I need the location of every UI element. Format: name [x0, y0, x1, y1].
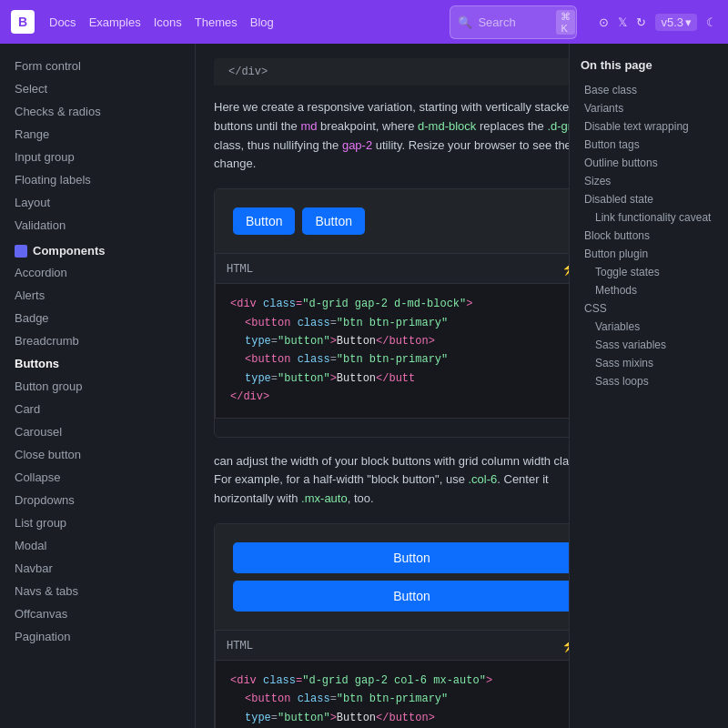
nav-examples[interactable]: Examples [89, 15, 141, 29]
sidebar-item-alerts[interactable]: Alerts [0, 284, 195, 307]
sidebar-item-select[interactable]: Select [0, 77, 195, 100]
refresh-icon[interactable]: ↻ [636, 15, 646, 29]
sidebar-item-checks-radios[interactable]: Checks & radios [0, 100, 195, 123]
toc-item-variables[interactable]: Variables [581, 318, 717, 336]
sidebar-item-breadcrumb[interactable]: Breadcrumb [0, 329, 195, 352]
search-box[interactable]: 🔍 ⌘ K [450, 5, 577, 39]
nav-links: Docs Examples Icons Themes Blog [49, 15, 274, 29]
demo-buttons-1: Button Button [215, 189, 609, 253]
github-icon[interactable]: ⊙ [599, 15, 609, 29]
sidebar-item-validation[interactable]: Validation [0, 214, 195, 237]
toc-item-sizes[interactable]: Sizes [581, 172, 717, 190]
sidebar-item-list-group[interactable]: List group [0, 511, 195, 534]
sidebar-item-layout[interactable]: Layout [0, 191, 195, 214]
brand-logo[interactable]: B [11, 10, 35, 34]
sidebar: Form control Select Checks & radios Rang… [0, 44, 196, 728]
sidebar-item-modal[interactable]: Modal [0, 534, 195, 557]
toc: On this page Base class Variants Disable… [569, 44, 728, 728]
sidebar-item-form-control[interactable]: Form control [0, 55, 195, 77]
closing-div: </div> [214, 58, 610, 86]
toc-item-methods[interactable]: Methods [581, 281, 717, 299]
toc-item-outline-buttons[interactable]: Outline buttons [581, 154, 717, 172]
sidebar-item-floating-labels[interactable]: Floating labels [0, 168, 195, 191]
toc-item-css[interactable]: CSS [581, 299, 717, 318]
description-2: can adjust the width of your block butto… [214, 452, 610, 509]
code-panel-2-body: <div class="d-grid gap-2 col-6 mx-auto">… [216, 661, 608, 728]
sidebar-components-header: Components [0, 237, 195, 261]
toc-item-button-plugin[interactable]: Button plugin [581, 245, 717, 263]
sidebar-item-pagination[interactable]: Pagination [0, 625, 195, 648]
code-panel-1-header: HTML ⚡ ⎘ [216, 254, 608, 284]
code-panel-2-header: HTML ⚡ ⎘ [216, 631, 608, 661]
version-badge[interactable]: v5.3 ▾ [655, 14, 697, 31]
toc-item-toggle-states[interactable]: Toggle states [581, 263, 717, 281]
dark-mode-icon[interactable]: ☾ [706, 15, 717, 29]
demo-button-1b[interactable]: Button [302, 207, 364, 235]
toc-title: On this page [581, 58, 717, 72]
search-input[interactable] [478, 15, 551, 29]
code-panel-2: HTML ⚡ ⎘ <div class="d-grid gap-2 col-6 … [215, 630, 609, 728]
nav-themes[interactable]: Themes [195, 15, 238, 29]
demo-area-2: Button Button HTML ⚡ ⎘ <div class="d-gri… [214, 523, 610, 728]
sidebar-item-navs-tabs[interactable]: Navs & tabs [0, 580, 195, 602]
toc-item-link-functionality-caveat[interactable]: Link functionality caveat [581, 208, 717, 227]
nav-icons[interactable]: Icons [154, 15, 182, 29]
demo-button-1a[interactable]: Button [233, 207, 295, 235]
toc-item-button-tags[interactable]: Button tags [581, 136, 717, 154]
sidebar-item-input-group[interactable]: Input group [0, 146, 195, 168]
search-icon: 🔍 [458, 15, 472, 29]
toc-item-disable-text-wrapping[interactable]: Disable text wrapping [581, 117, 717, 136]
sidebar-item-card[interactable]: Card [0, 398, 195, 420]
twitter-icon[interactable]: 𝕏 [618, 15, 627, 29]
main-content: </div> Here we create a responsive varia… [196, 44, 628, 728]
top-navigation: B Docs Examples Icons Themes Blog 🔍 ⌘ K … [0, 0, 728, 44]
toc-item-variants[interactable]: Variants [581, 99, 717, 117]
nav-docs[interactable]: Docs [49, 15, 76, 29]
sidebar-item-navbar[interactable]: Navbar [0, 557, 195, 580]
sidebar-item-buttons[interactable]: Buttons [0, 352, 195, 375]
topnav-right: ⊙ 𝕏 ↻ v5.3 ▾ ☾ [599, 14, 717, 31]
toc-item-block-buttons[interactable]: Block buttons [581, 227, 717, 245]
toc-item-sass-mixins[interactable]: Sass mixins [581, 354, 717, 372]
sidebar-item-badge[interactable]: Badge [0, 307, 195, 329]
demo-button-2a[interactable]: Button [233, 542, 591, 573]
sidebar-item-button-group[interactable]: Button group [0, 375, 195, 398]
description-1: Here we create a responsive variation, s… [214, 98, 610, 174]
toc-item-sass-loops[interactable]: Sass loops [581, 372, 717, 390]
toc-item-disabled-state[interactable]: Disabled state [581, 190, 717, 208]
sidebar-item-carousel[interactable]: Carousel [0, 420, 195, 443]
sidebar-item-close-button[interactable]: Close button [0, 443, 195, 466]
demo-area-1: Button Button HTML ⚡ ⎘ <div class="d-gri… [214, 188, 610, 437]
chevron-down-icon: ▾ [685, 15, 692, 29]
sidebar-item-dropdowns[interactable]: Dropdowns [0, 489, 195, 511]
sidebar-item-range[interactable]: Range [0, 123, 195, 146]
sidebar-item-offcanvas[interactable]: Offcanvas [0, 602, 195, 625]
toc-item-base-class[interactable]: Base class [581, 81, 717, 99]
code-panel-1-body: <div class="d-grid gap-2 d-md-block"> <b… [216, 284, 608, 417]
sidebar-item-collapse[interactable]: Collapse [0, 466, 195, 489]
components-icon [15, 245, 27, 258]
nav-blog[interactable]: Blog [250, 15, 274, 29]
code-panel-1: HTML ⚡ ⎘ <div class="d-grid gap-2 d-md-b… [215, 253, 609, 418]
demo-buttons-2: Button Button [215, 524, 609, 630]
toc-item-sass-variables[interactable]: Sass variables [581, 336, 717, 354]
demo-button-2b[interactable]: Button [233, 581, 591, 612]
sidebar-item-accordion[interactable]: Accordion [0, 261, 195, 284]
search-shortcut: ⌘ K [556, 10, 575, 35]
